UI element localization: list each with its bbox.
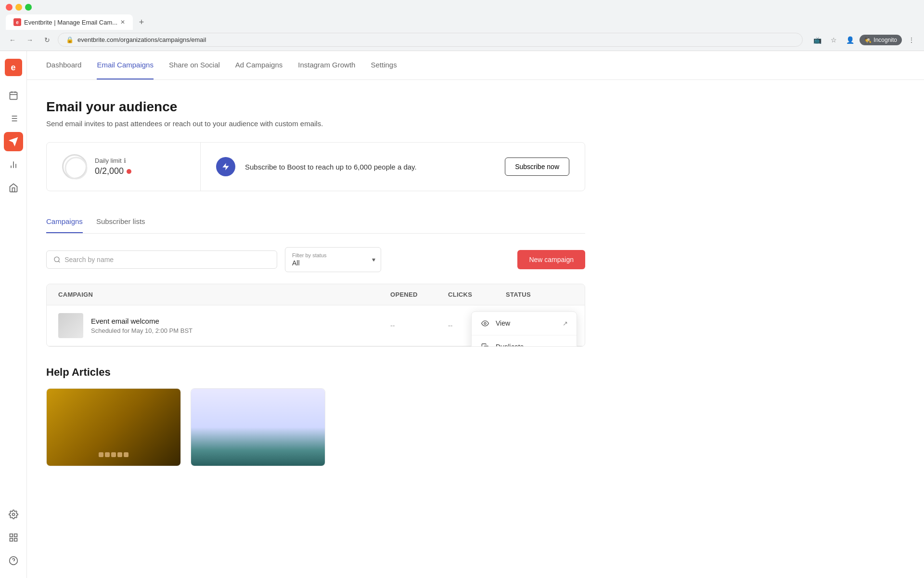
campaign-date: Scheduled for May 10, 2:00 PM BST bbox=[91, 327, 192, 334]
browser-tab[interactable]: e Eventbrite | Manage Email Cam... ✕ bbox=[6, 14, 133, 30]
daily-limit-gauge bbox=[62, 154, 87, 179]
campaign-info: Event email welcome Scheduled for May 10… bbox=[58, 313, 390, 338]
cast-button[interactable]: 📺 bbox=[810, 33, 824, 47]
campaign-opened: -- bbox=[390, 322, 448, 329]
campaign-thumbnail bbox=[58, 313, 83, 338]
boost-banner: Daily limit ℹ 0/2,000 Subscribe to Boost… bbox=[46, 142, 585, 191]
profile-button[interactable]: 👤 bbox=[843, 33, 857, 47]
back-button[interactable]: ← bbox=[6, 33, 19, 47]
header-clicks: Clicks bbox=[448, 291, 506, 298]
eventbrite-logo[interactable]: e bbox=[5, 59, 22, 76]
header-campaign: Campaign bbox=[58, 291, 390, 298]
url-text: eventbrite.com/organizations/campaigns/e… bbox=[77, 36, 206, 43]
boost-lightning-icon bbox=[216, 157, 235, 176]
svg-rect-0 bbox=[10, 92, 17, 99]
section-tabs: Campaigns Subscriber lists bbox=[46, 210, 585, 234]
sidebar-item-settings[interactable] bbox=[4, 505, 23, 524]
subscribe-now-button[interactable]: Subscribe now bbox=[505, 158, 569, 176]
sidebar-item-grid[interactable] bbox=[4, 528, 23, 547]
svg-point-24 bbox=[484, 322, 486, 324]
tab-ad-campaigns[interactable]: Ad Campaigns bbox=[235, 51, 282, 79]
header-opened: Opened bbox=[390, 291, 448, 298]
chevron-down-icon: ▾ bbox=[372, 256, 375, 263]
sidebar-item-campaigns[interactable] bbox=[4, 132, 23, 151]
campaign-details: Event email welcome Scheduled for May 10… bbox=[91, 317, 192, 334]
svg-rect-16 bbox=[10, 539, 13, 541]
cursor-indicator: ↗ bbox=[563, 320, 568, 327]
header-status: Status bbox=[506, 291, 573, 298]
tab-instagram-growth[interactable]: Instagram Growth bbox=[298, 51, 355, 79]
svg-point-20 bbox=[65, 158, 87, 179]
refresh-button[interactable]: ↻ bbox=[40, 33, 54, 47]
maximize-window-button[interactable] bbox=[25, 4, 32, 11]
table-row: Event email welcome Scheduled for May 10… bbox=[47, 305, 585, 346]
svg-point-13 bbox=[12, 513, 14, 516]
new-tab-button[interactable]: + bbox=[135, 15, 148, 29]
context-menu-duplicate-label: Duplicate bbox=[496, 343, 524, 347]
sidebar-item-analytics[interactable] bbox=[4, 155, 23, 174]
context-menu: View ↗ Duplicate bbox=[471, 311, 577, 347]
theatre-image bbox=[60, 403, 167, 461]
search-box[interactable] bbox=[46, 250, 277, 269]
campaign-thumbnail-image bbox=[58, 313, 83, 338]
new-campaign-button[interactable]: New campaign bbox=[517, 250, 585, 269]
tab-campaigns[interactable]: Campaigns bbox=[46, 210, 83, 233]
tab-dashboard[interactable]: Dashboard bbox=[46, 51, 81, 79]
tab-close-button[interactable]: ✕ bbox=[120, 19, 125, 26]
filters-row: Filter by status All ▾ New campaign bbox=[46, 247, 585, 272]
svg-point-22 bbox=[54, 257, 59, 262]
menu-button[interactable]: ⋮ bbox=[905, 33, 918, 47]
tab-share-on-social[interactable]: Share on Social bbox=[169, 51, 220, 79]
help-section: Help Articles bbox=[27, 366, 604, 486]
bookmark-button[interactable]: ☆ bbox=[827, 33, 840, 47]
context-menu-duplicate[interactable]: Duplicate bbox=[472, 335, 577, 347]
table-header: Campaign Opened Clicks Status bbox=[47, 284, 585, 305]
top-nav: Dashboard Email Campaigns Share on Socia… bbox=[27, 51, 924, 80]
sidebar-item-list[interactable] bbox=[4, 109, 23, 128]
info-icon: ℹ bbox=[124, 157, 126, 164]
close-window-button[interactable] bbox=[6, 4, 13, 11]
svg-rect-17 bbox=[14, 539, 17, 541]
filter-status-select[interactable]: Filter by status All ▾ bbox=[285, 247, 381, 272]
boost-description: Subscribe to Boost to reach up to 6,000 … bbox=[245, 163, 495, 171]
campaigns-table: Campaign Opened Clicks Status Event emai… bbox=[46, 284, 585, 347]
forward-button[interactable]: → bbox=[23, 33, 37, 47]
daily-limit-label: Daily limit ℹ bbox=[95, 157, 131, 164]
search-input[interactable] bbox=[64, 256, 270, 263]
page-subtitle: Send email invites to past attendees or … bbox=[46, 119, 585, 128]
svg-rect-15 bbox=[14, 534, 17, 537]
duplicate-icon bbox=[480, 342, 490, 347]
sidebar-item-help[interactable] bbox=[4, 551, 23, 570]
incognito-label: 🕵 Incognito bbox=[860, 35, 902, 45]
page-title: Email your audience bbox=[46, 99, 585, 115]
browser-chrome: e Eventbrite | Manage Email Cam... ✕ + ←… bbox=[0, 0, 924, 51]
main-content: Dashboard Email Campaigns Share on Socia… bbox=[27, 51, 924, 578]
daily-limit-section: Daily limit ℹ 0/2,000 bbox=[47, 143, 201, 191]
eventbrite-favicon: e bbox=[13, 18, 21, 26]
filter-value: All bbox=[292, 259, 363, 267]
svg-rect-25 bbox=[484, 346, 488, 347]
daily-limit-info: Daily limit ℹ 0/2,000 bbox=[95, 157, 131, 176]
eye-icon bbox=[480, 318, 490, 328]
campaign-name: Event email welcome bbox=[91, 317, 192, 325]
help-cards bbox=[46, 388, 585, 466]
filter-label: Filter by status bbox=[292, 252, 363, 258]
tab-email-campaigns[interactable]: Email Campaigns bbox=[97, 51, 154, 79]
help-title: Help Articles bbox=[46, 366, 585, 379]
context-menu-view[interactable]: View ↗ bbox=[472, 312, 577, 335]
sidebar-item-calendar[interactable] bbox=[4, 86, 23, 105]
svg-rect-14 bbox=[10, 534, 13, 537]
context-menu-view-label: View bbox=[496, 319, 510, 327]
help-card-2[interactable] bbox=[191, 388, 325, 466]
help-card-1[interactable] bbox=[46, 388, 181, 466]
minimize-window-button[interactable] bbox=[15, 4, 22, 11]
search-icon bbox=[53, 256, 61, 263]
sidebar-item-organization[interactable] bbox=[4, 178, 23, 197]
app-layout: e Da bbox=[0, 51, 924, 578]
help-card-image-2 bbox=[191, 389, 325, 466]
tab-settings[interactable]: Settings bbox=[371, 51, 397, 79]
tab-title: Eventbrite | Manage Email Cam... bbox=[24, 19, 117, 26]
content-area: Email your audience Send email invites t… bbox=[27, 80, 604, 366]
address-bar-input[interactable]: 🔒 eventbrite.com/organizations/campaigns… bbox=[58, 33, 803, 47]
tab-subscriber-lists[interactable]: Subscriber lists bbox=[96, 210, 145, 233]
